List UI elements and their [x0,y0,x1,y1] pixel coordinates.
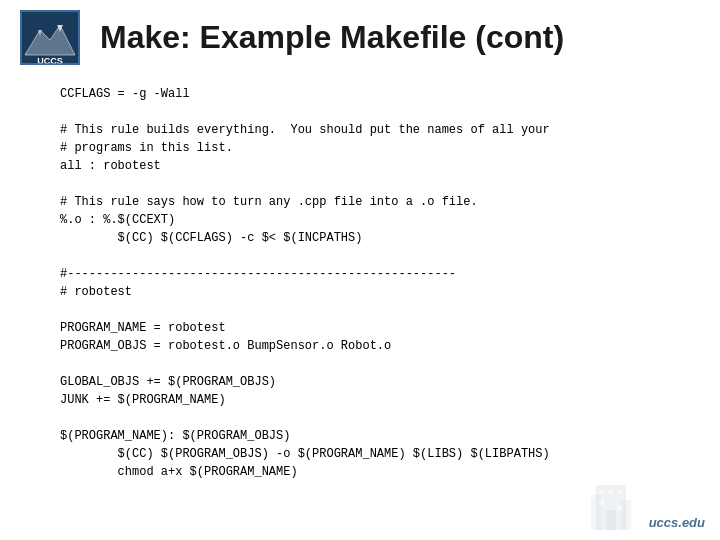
page-header: UCCS Make: Example Makefile (cont) [0,0,720,75]
watermark-text: uccs.edu [649,515,705,530]
code-display: CCFLAGS = -g -Wall # This rule builds ev… [60,85,660,481]
page-title: Make: Example Makefile (cont) [100,19,564,56]
watermark-area: uccs.edu [581,475,705,530]
svg-rect-9 [621,500,631,530]
svg-rect-13 [617,490,622,495]
uccs-logo: UCCS [20,10,80,65]
main-content: CCFLAGS = -g -Wall # This rule builds ev… [0,75,720,491]
building-icon [581,475,641,530]
svg-rect-15 [617,505,622,510]
svg-rect-11 [599,490,604,495]
svg-rect-14 [599,500,604,505]
svg-rect-10 [606,510,616,530]
svg-rect-12 [608,490,613,495]
